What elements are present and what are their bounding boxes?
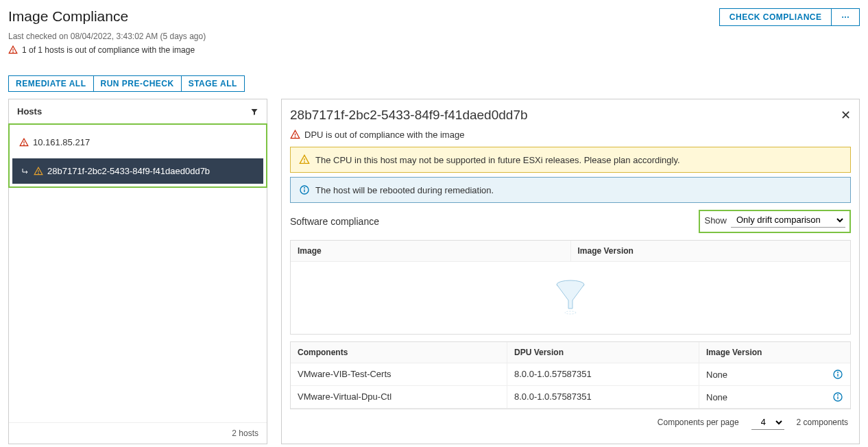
warning-icon (290, 130, 300, 140)
last-checked-text: Last checked on 08/04/2022, 3:43:02 AM (… (8, 32, 206, 41)
svg-point-1 (13, 52, 14, 53)
detail-panel: ✕ 28b7171f-2bc2-5433-84f9-f41daed0dd7b D… (281, 99, 860, 444)
image-table: Image Image Version (290, 240, 851, 335)
table-row: VMware-Virtual-Dpu-Ctl 8.0.0-1.0.5758735… (291, 386, 850, 409)
close-icon[interactable]: ✕ (841, 108, 851, 123)
col-components: Components (291, 342, 507, 363)
host-label: 28b7171f-2bc2-5433-84f9-f41daed0dd7b (47, 166, 210, 176)
per-page-select[interactable]: 4 (751, 415, 784, 430)
col-image-version: Image Version (571, 241, 851, 261)
info-icon (299, 184, 310, 195)
cpu-warning-alert: The CPU in this host may not be supporte… (290, 147, 851, 173)
hosts-panel: Hosts 10.161.85.217 28b7171f-2bc2-5433-8… (8, 99, 267, 444)
page-title: Image Compliance (8, 8, 206, 25)
hosts-count: 2 hosts (9, 422, 267, 444)
hosts-header-label: Hosts (17, 106, 42, 117)
svg-point-20 (838, 395, 839, 396)
child-arrow-icon (21, 167, 29, 176)
reboot-info-alert: The host will be rebooted during remedia… (290, 177, 851, 203)
components-total: 2 components (797, 418, 848, 427)
component-name: VMware-VIB-Test-Certs (291, 363, 507, 385)
info-icon[interactable] (832, 391, 843, 402)
warning-icon (299, 154, 310, 165)
warning-icon (19, 138, 29, 147)
col-image-version: Image Version (699, 342, 850, 363)
svg-point-3 (24, 144, 25, 145)
run-precheck-button[interactable]: RUN PRE-CHECK (94, 75, 182, 92)
funnel-icon (555, 280, 586, 317)
more-actions-button[interactable]: ··· (832, 8, 860, 26)
svg-point-5 (38, 173, 39, 173)
show-label: Show (704, 215, 727, 226)
alert-text: The host will be rebooted during remedia… (315, 185, 494, 195)
col-dpu-version: DPU Version (507, 342, 699, 363)
image-version: None (706, 370, 727, 380)
info-icon[interactable] (832, 369, 843, 380)
svg-point-14 (565, 311, 576, 314)
svg-point-17 (838, 372, 839, 373)
table-row: VMware-VIB-Test-Certs 8.0.0-1.0.57587351… (291, 363, 850, 386)
filter-icon[interactable] (250, 108, 258, 116)
check-compliance-button[interactable]: CHECK COMPLIANCE (719, 8, 832, 26)
host-label: 10.161.85.217 (33, 137, 90, 147)
dpu-version: 8.0.0-1.0.57587351 (507, 386, 699, 408)
warning-icon (8, 45, 18, 55)
show-filter-select[interactable]: Only drift comparison (731, 213, 845, 228)
compliance-summary: 1 of 1 hosts is out of compliance with t… (22, 45, 195, 55)
stage-all-button[interactable]: STAGE ALL (182, 75, 245, 92)
component-name: VMware-Virtual-Dpu-Ctl (291, 386, 507, 408)
svg-point-7 (295, 136, 296, 137)
alert-text: The CPU in this host may not be supporte… (315, 155, 680, 165)
svg-point-12 (304, 188, 305, 189)
warning-icon (34, 167, 43, 176)
host-row-dpu[interactable]: 28b7171f-2bc2-5433-84f9-f41daed0dd7b (12, 158, 263, 184)
per-page-label: Components per page (658, 418, 739, 427)
software-compliance-title: Software compliance (290, 216, 379, 227)
dpu-version: 8.0.0-1.0.57587351 (507, 363, 699, 385)
components-table: Components DPU Version Image Version VMw… (290, 341, 851, 409)
detail-subtext: DPU is out of compliance with the image (304, 130, 464, 140)
remediate-all-button[interactable]: REMEDIATE ALL (8, 75, 94, 92)
host-row[interactable]: 10.161.85.217 (14, 130, 262, 154)
image-version: None (706, 392, 727, 402)
col-image: Image (291, 241, 571, 261)
detail-title: 28b7171f-2bc2-5433-84f9-f41daed0dd7b (290, 108, 851, 123)
svg-point-9 (304, 162, 305, 162)
